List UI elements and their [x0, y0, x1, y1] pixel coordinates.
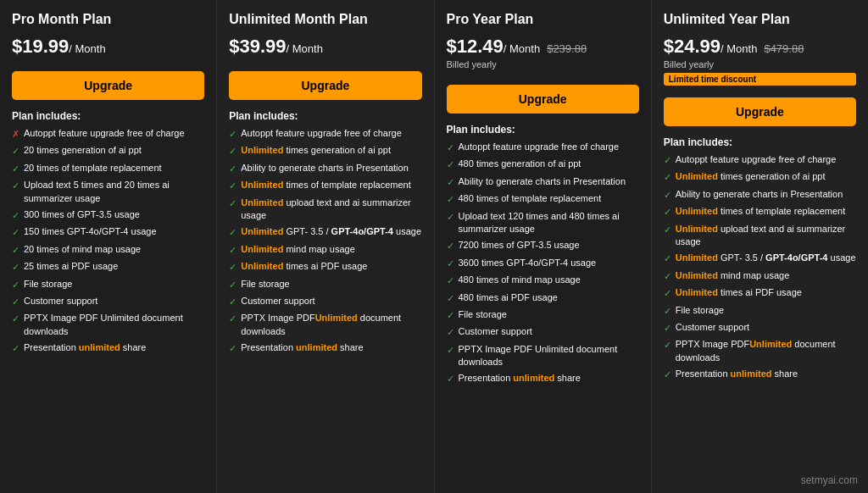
- billed-yearly: Billed yearly: [447, 59, 639, 69]
- plan-price: $19.99/ Month: [12, 36, 106, 58]
- check-icon: ✓: [664, 154, 671, 167]
- feature-text: Customer support: [24, 295, 97, 307]
- check-icon: ✓: [447, 274, 454, 287]
- feature-text: 300 times of GPT-3.5 usage: [24, 208, 140, 221]
- list-item: ✓Autoppt feature upgrade free of charge: [229, 127, 421, 141]
- list-item: ✓Customer support: [664, 321, 856, 335]
- original-price: $479.88: [764, 42, 804, 55]
- check-icon: ✓: [229, 163, 236, 175]
- check-icon: ✓: [12, 226, 19, 239]
- feature-text: Autoppt feature upgrade free of charge: [241, 127, 402, 140]
- upgrade-button[interactable]: Upgrade: [447, 85, 639, 114]
- plan-includes-title: Plan includes:: [447, 124, 639, 136]
- feature-text: 20 times of template replacement: [24, 162, 162, 174]
- feature-text: 3600 times GPT-4o/GPT-4 usage: [459, 257, 597, 269]
- feature-text: Customer support: [241, 295, 314, 307]
- discount-badge: Limited time discount: [664, 73, 856, 86]
- check-icon: ✓: [447, 158, 454, 171]
- feature-text: PPTX Image PDFUnlimited document downloa…: [241, 312, 421, 338]
- feature-text: PPTX Image PDF Unlimited document downlo…: [24, 312, 204, 338]
- plan-includes-title: Plan includes:: [229, 110, 421, 122]
- feature-text: File storage: [241, 278, 289, 291]
- list-item: ✓PPTX Image PDFUnlimited document downlo…: [229, 312, 421, 338]
- list-item: ✓Upload text 5 times and 20 times ai sum…: [12, 179, 204, 205]
- feature-text: Customer support: [676, 321, 749, 334]
- check-icon: ✓: [229, 296, 236, 308]
- check-icon: ✓: [447, 309, 454, 322]
- feature-text: Customer support: [459, 325, 532, 338]
- feature-text: 480 times generation of ai ppt: [459, 158, 581, 170]
- feature-text: Upload text 120 times and 480 times ai s…: [459, 210, 639, 236]
- watermark: setmyai.com: [801, 474, 858, 486]
- list-item: ✓300 times of GPT-3.5 usage: [12, 208, 204, 222]
- check-icon: ✓: [664, 339, 671, 352]
- feature-text: Unlimited times generation of ai ppt: [241, 144, 391, 157]
- list-item: ✓Unlimited times of template replacement: [229, 179, 421, 192]
- list-item: ✓Presentation unlimited share: [664, 368, 856, 381]
- list-item: ✓20 times of mind map usage: [12, 243, 204, 257]
- check-icon: ✓: [447, 141, 454, 154]
- features-list: ✓Autoppt feature upgrade free of charge✓…: [447, 141, 639, 485]
- check-icon: ✓: [664, 206, 671, 219]
- price-row: $39.99/ Month: [229, 36, 421, 59]
- billed-yearly: Billed yearly: [664, 59, 856, 69]
- features-list: ✓Autoppt feature upgrade free of charge✓…: [229, 127, 421, 485]
- features-list: ✗Autoppt feature upgrade free of charge✓…: [12, 127, 204, 485]
- plan-price: $12.49/ Month: [447, 36, 541, 58]
- check-icon: ✓: [229, 244, 236, 257]
- check-icon: ✓: [447, 193, 454, 206]
- check-icon: ✓: [664, 270, 671, 283]
- plans-container: Pro Month Plan$19.99/ MonthUpgradePlan i…: [0, 0, 868, 493]
- check-icon: ✓: [664, 171, 671, 184]
- list-item: ✓Unlimited times ai PDF usage: [664, 286, 856, 300]
- check-icon: ✓: [664, 368, 671, 381]
- upgrade-button[interactable]: Upgrade: [12, 71, 204, 100]
- feature-text: Ability to generate charts in Presentati…: [676, 188, 843, 201]
- list-item: ✗Autoppt feature upgrade free of charge: [12, 127, 204, 141]
- plan-includes-title: Plan includes:: [664, 136, 856, 148]
- upgrade-button[interactable]: Upgrade: [664, 97, 856, 126]
- plan-title: Pro Year Plan: [447, 12, 639, 27]
- feature-text: Unlimited GPT- 3.5 / GPT-4o/GPT-4 usage: [676, 252, 856, 264]
- list-item: ✓Presentation unlimited share: [447, 372, 639, 385]
- check-icon: ✓: [12, 163, 19, 175]
- features-list: ✓Autoppt feature upgrade free of charge✓…: [664, 153, 856, 485]
- feature-text: PPTX Image PDFUnlimited document downloa…: [676, 338, 856, 364]
- feature-text: Unlimited upload text and ai summarizer …: [676, 223, 856, 249]
- list-item: ✓480 times ai PDF usage: [447, 291, 639, 305]
- feature-text: File storage: [24, 278, 72, 291]
- list-item: ✓150 times GPT-4o/GPT-4 usage: [12, 225, 204, 239]
- check-icon: ✓: [12, 261, 19, 274]
- list-item: ✓Unlimited times generation of ai ppt: [229, 144, 421, 158]
- check-icon: ✓: [447, 258, 454, 270]
- feature-text: Presentation unlimited share: [241, 341, 363, 354]
- check-icon: ✓: [12, 296, 19, 308]
- check-icon: ✓: [229, 145, 236, 158]
- check-icon: ✓: [12, 342, 19, 355]
- plan-title: Unlimited Month Plan: [229, 12, 421, 27]
- upgrade-button[interactable]: Upgrade: [229, 71, 421, 100]
- list-item: ✓Ability to generate charts in Presentat…: [447, 175, 639, 189]
- check-icon: ✓: [229, 226, 236, 239]
- check-icon: ✓: [664, 252, 671, 265]
- list-item: ✓PPTX Image PDF Unlimited document downl…: [12, 312, 204, 338]
- feature-text: Autoppt feature upgrade free of charge: [676, 153, 837, 166]
- list-item: ✓Customer support: [229, 295, 421, 308]
- list-item: ✓Autoppt feature upgrade free of charge: [664, 153, 856, 167]
- feature-text: Ability to generate charts in Presentati…: [459, 175, 626, 188]
- feature-text: PPTX Image PDF Unlimited document downlo…: [459, 343, 639, 369]
- check-icon: ✓: [447, 344, 454, 357]
- list-item: ✓Unlimited times of template replacement: [664, 205, 856, 219]
- feature-text: Unlimited times of template replacement: [676, 205, 846, 218]
- check-icon: ✓: [12, 279, 19, 291]
- list-item: ✓PPTX Image PDF Unlimited document downl…: [447, 343, 639, 369]
- plan-title: Unlimited Year Plan: [664, 12, 856, 27]
- list-item: ✓Unlimited upload text and ai summarizer…: [664, 223, 856, 249]
- plan-price: $24.99/ Month: [664, 36, 758, 58]
- check-icon: ✓: [229, 180, 236, 192]
- list-item: ✓Unlimited mind map usage: [229, 243, 421, 257]
- feature-text: Unlimited times ai PDF usage: [676, 286, 802, 299]
- check-icon: ✓: [229, 197, 236, 210]
- check-icon: ✓: [229, 279, 236, 291]
- feature-text: 480 times ai PDF usage: [459, 291, 558, 304]
